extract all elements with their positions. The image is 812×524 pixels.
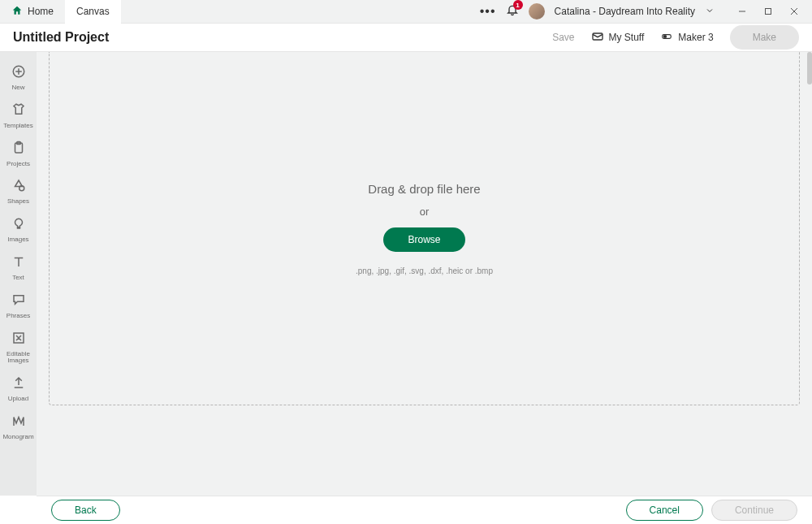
avatar[interactable] xyxy=(529,3,545,19)
sidebar-label-shapes: Shapes xyxy=(7,198,29,206)
bulb-icon xyxy=(11,216,26,234)
home-icon xyxy=(11,5,23,19)
notification-badge: 1 xyxy=(513,0,523,10)
tab-home[interactable]: Home xyxy=(0,0,65,24)
sidebar-item-shapes[interactable]: Shapes xyxy=(0,174,37,212)
make-button: Make xyxy=(730,25,799,50)
dropzone-or: or xyxy=(420,206,430,218)
close-button[interactable] xyxy=(783,0,806,24)
main-area: New Templates Projects Shapes Images Tex… xyxy=(0,52,812,496)
browse-button[interactable]: Browse xyxy=(383,227,464,252)
continue-button: Continue xyxy=(711,500,797,521)
header-actions: Save My Stuff Maker 3 Make xyxy=(552,25,799,50)
sidebar: New Templates Projects Shapes Images Tex… xyxy=(0,52,37,496)
file-dropzone[interactable]: Drag & drop file here or Browse .png, .j… xyxy=(49,52,800,405)
monogram-icon xyxy=(11,414,26,431)
sidebar-item-images[interactable]: Images xyxy=(0,212,37,250)
vertical-scrollbar[interactable] xyxy=(807,52,812,496)
chat-icon xyxy=(11,292,26,310)
sidebar-label-phrases: Phrases xyxy=(6,313,30,320)
footer-right: Cancel Continue xyxy=(626,500,797,521)
shirt-icon xyxy=(11,102,26,120)
sidebar-item-new[interactable]: New xyxy=(0,60,37,98)
maker-label: Maker 3 xyxy=(678,32,713,43)
tab-canvas-label: Canvas xyxy=(76,6,110,17)
back-button[interactable]: Back xyxy=(51,500,120,521)
tab-home-label: Home xyxy=(28,6,54,17)
sidebar-item-monogram[interactable]: Monogram xyxy=(0,409,37,448)
sidebar-label-monogram: Monogram xyxy=(2,434,33,441)
sidebar-label-images: Images xyxy=(7,236,28,244)
sidebar-item-phrases[interactable]: Phrases xyxy=(0,288,37,327)
sidebar-label-templates: Templates xyxy=(3,123,32,130)
shapes-icon xyxy=(11,178,26,196)
upload-icon xyxy=(11,375,26,393)
clipboard-icon xyxy=(11,141,26,158)
sidebar-label-upload: Upload xyxy=(8,396,28,403)
edit-image-icon xyxy=(11,331,26,349)
sidebar-label-editable-images: Editable Images xyxy=(2,351,35,366)
my-stuff-label: My Stuff xyxy=(609,32,645,43)
sidebar-item-upload[interactable]: Upload xyxy=(0,371,37,409)
cancel-button[interactable]: Cancel xyxy=(626,500,703,521)
svg-rect-1 xyxy=(766,9,771,15)
header: Untitled Project Save My Stuff Maker 3 M… xyxy=(0,24,812,52)
project-title[interactable]: Untitled Project xyxy=(13,30,109,45)
sidebar-item-editable-images[interactable]: Editable Images xyxy=(0,327,37,372)
sidebar-label-new: New xyxy=(11,84,24,92)
sidebar-label-text: Text xyxy=(12,275,24,282)
my-stuff-link[interactable]: My Stuff xyxy=(591,30,645,45)
more-menu-icon[interactable]: ••• xyxy=(480,4,496,19)
notifications-button[interactable]: 1 xyxy=(506,3,519,19)
sidebar-label-projects: Projects xyxy=(6,161,30,168)
minimize-button[interactable] xyxy=(731,0,754,24)
title-bar: Home Canvas ••• 1 Catalina - Daydream In… xyxy=(0,0,812,24)
save-link: Save xyxy=(552,32,574,43)
sidebar-item-text[interactable]: Text xyxy=(0,250,37,288)
sidebar-item-projects[interactable]: Projects xyxy=(0,136,37,175)
sidebar-item-templates[interactable]: Templates xyxy=(0,98,37,136)
envelope-icon xyxy=(591,30,604,45)
chevron-down-icon[interactable] xyxy=(705,4,715,19)
maximize-button[interactable] xyxy=(757,0,780,24)
footer: Back Cancel Continue xyxy=(37,496,812,524)
machine-icon xyxy=(660,31,673,45)
dropzone-title: Drag & drop file here xyxy=(368,182,480,196)
plus-circle-icon xyxy=(11,64,26,82)
text-icon xyxy=(11,254,26,272)
user-name[interactable]: Catalina - Daydream Into Reality xyxy=(555,6,695,17)
title-bar-right: ••• 1 Catalina - Daydream Into Reality xyxy=(480,0,812,24)
maker-link[interactable]: Maker 3 xyxy=(660,31,713,45)
dropzone-formats: .png, .jpg, .gif, .svg, .dxf, .heic or .… xyxy=(356,266,493,275)
window-controls xyxy=(731,0,806,24)
canvas-area: Drag & drop file here or Browse .png, .j… xyxy=(37,52,812,496)
scroll-thumb[interactable] xyxy=(807,52,812,84)
svg-rect-6 xyxy=(664,35,667,37)
tab-canvas[interactable]: Canvas xyxy=(65,0,121,24)
